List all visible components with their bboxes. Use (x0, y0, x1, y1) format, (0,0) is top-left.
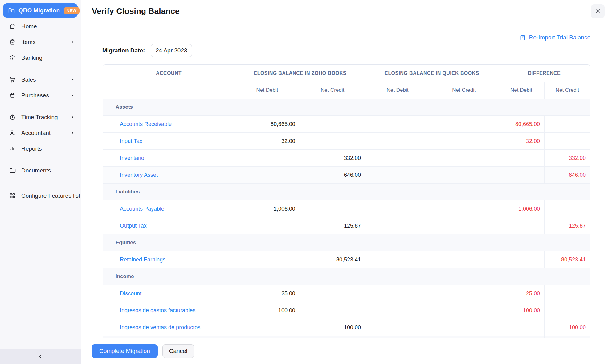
complete-migration-button[interactable]: Complete Migration (92, 344, 158, 358)
sidebar-item-purchases[interactable]: Purchases (0, 87, 81, 103)
section-header: Equities (103, 234, 590, 251)
diff-debit-cell: 80,665.00 (498, 115, 544, 132)
table-row: Inventario332.00332.00 (103, 149, 590, 166)
chevron-right-icon (71, 40, 75, 44)
sidebar-item-banking[interactable]: Banking (0, 50, 81, 66)
table-group-header-row: ACCOUNT CLOSING BALANCE IN ZOHO BOOKS CL… (103, 65, 590, 82)
column-subheader-empty (103, 82, 235, 99)
sidebar-item-home[interactable]: Home (0, 18, 81, 34)
section-header: Assets (103, 99, 590, 115)
qb-debit-cell (365, 319, 430, 336)
diff-debit-cell: 1,006.00 (498, 200, 544, 217)
chevron-left-icon (37, 354, 43, 360)
app-root: QBO Migration NEW HomeItemsBankingSalesP… (0, 0, 612, 364)
diff-credit-cell (544, 302, 590, 319)
section-header-row: Assets (103, 99, 590, 115)
zb-debit-cell: 1,006.00 (235, 200, 300, 217)
zb-debit-cell: 80,665.00 (235, 115, 300, 132)
account-cell: Inventory Asset (103, 166, 235, 183)
clipped-row (103, 336, 590, 338)
sidebar-item-label: Configure Features list (21, 192, 80, 199)
column-subheader-net-credit: Net Credit (430, 82, 498, 99)
sidebar-group-gap (0, 178, 81, 188)
purchases-bag-icon (9, 92, 16, 99)
sidebar-collapse-button[interactable] (0, 349, 81, 364)
zb-credit-cell (300, 285, 365, 302)
migration-date-input[interactable]: 24 Apr 2023 (151, 44, 192, 57)
zb-credit-cell: 125.87 (300, 217, 365, 234)
qb-debit-cell (365, 132, 430, 149)
diff-debit-cell (498, 217, 544, 234)
zb-credit-cell (300, 115, 365, 132)
sidebar-item-documents[interactable]: Documents (0, 163, 81, 178)
qb-debit-cell (365, 302, 430, 319)
content-area: Re-Import Trial Balance Migration Date: … (81, 22, 612, 338)
diff-debit-cell (498, 149, 544, 166)
qb-credit-cell (430, 251, 498, 268)
diff-credit-cell: 646.00 (544, 166, 590, 183)
account-link[interactable]: Discount (120, 290, 141, 297)
qb-debit-cell (365, 251, 430, 268)
account-link[interactable]: Retained Earnings (120, 257, 165, 263)
account-cell: Output Tax (103, 217, 235, 234)
qb-credit-cell (430, 115, 498, 132)
page-title: Verify Closing Balance (92, 6, 180, 16)
qb-debit-cell (365, 285, 430, 302)
table-row: Accounts Payable1,006.001,006.00 (103, 200, 590, 217)
zb-debit-cell (235, 166, 300, 183)
account-link[interactable]: Output Tax (120, 223, 147, 229)
configure-grid-icon (9, 192, 16, 199)
sidebar-item-label: Documents (21, 167, 51, 174)
sidebar-item-accountant[interactable]: Accountant (0, 125, 81, 141)
diff-credit-cell: 125.87 (544, 217, 590, 234)
account-cell: Accounts Payable (103, 200, 235, 217)
accountant-icon (9, 129, 16, 136)
sidebar-item-qbo-migration[interactable]: QBO Migration NEW (3, 3, 78, 18)
closing-balance-table: ACCOUNT CLOSING BALANCE IN ZOHO BOOKS CL… (103, 64, 590, 338)
qb-credit-cell (430, 302, 498, 319)
column-header-quick-books: CLOSING BALANCE IN QUICK BOOKS (365, 65, 498, 82)
account-link[interactable]: Ingresos de ventas de productos (120, 324, 200, 330)
account-link[interactable]: Inventory Asset (120, 172, 158, 178)
chevron-right-icon (71, 78, 75, 82)
sidebar-item-label: Accountant (21, 130, 51, 136)
sidebar-item-label: Time Tracking (21, 114, 58, 121)
qb-debit-cell (365, 217, 430, 234)
qb-debit-cell (365, 149, 430, 166)
section-header-row: Equities (103, 234, 590, 251)
sidebar-item-reports[interactable]: Reports (0, 141, 81, 156)
zb-credit-cell: 100.00 (300, 319, 365, 336)
sidebar-item-time-tracking[interactable]: Time Tracking (0, 109, 81, 125)
close-button[interactable] (591, 4, 605, 18)
account-link[interactable]: Accounts Payable (120, 206, 164, 212)
sidebar-group-gap (0, 156, 81, 163)
sidebar-item-items[interactable]: Items (0, 34, 81, 50)
reimport-trial-balance-link[interactable]: Re-Import Trial Balance (520, 34, 590, 41)
diff-debit-cell (498, 251, 544, 268)
column-header-account: ACCOUNT (103, 65, 235, 82)
diff-credit-cell (544, 115, 590, 132)
qb-credit-cell (430, 200, 498, 217)
account-link[interactable]: Inventario (120, 155, 144, 161)
bank-icon (9, 54, 16, 61)
section-header: Liabilities (103, 183, 590, 200)
sidebar-item-label: Reports (21, 145, 42, 152)
zb-debit-cell (235, 319, 300, 336)
diff-credit-cell: 100.00 (544, 319, 590, 336)
sidebar-item-configure-features-list[interactable]: Configure Features list (0, 188, 81, 204)
zb-credit-cell: 646.00 (300, 166, 365, 183)
page-header: Verify Closing Balance (81, 0, 612, 22)
sidebar-item-sales[interactable]: Sales (0, 72, 81, 87)
sidebar-item-label: Home (21, 23, 37, 30)
reimport-label: Re-Import Trial Balance (529, 34, 590, 41)
account-link[interactable]: Accounts Receivable (120, 121, 172, 127)
chevron-right-icon (71, 93, 75, 97)
table-row: Ingresos de ventas de productos100.00100… (103, 319, 590, 336)
cancel-button[interactable]: Cancel (162, 344, 194, 358)
qb-credit-cell (430, 285, 498, 302)
account-link[interactable]: Input Tax (120, 138, 142, 144)
table-row: Retained Earnings80,523.4180,523.41 (103, 251, 590, 268)
sidebar-item-label: Banking (21, 55, 43, 61)
diff-debit-cell (498, 319, 544, 336)
account-link[interactable]: Ingresos de gastos facturables (120, 307, 195, 313)
